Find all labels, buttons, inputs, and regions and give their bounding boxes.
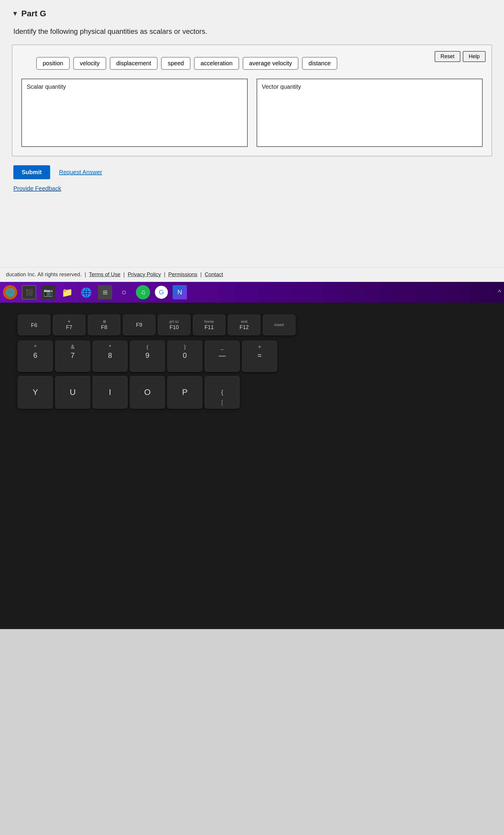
request-answer-link[interactable]: Request Answer [59, 169, 102, 176]
taskbar-icon-square[interactable]: ⬛ [22, 285, 36, 300]
taskbar: 🌐 ⬛ 📷 📁 🌐 ⊞ ○ ♫ G N ^ [0, 282, 504, 303]
drop-zones: Scalar quantity Vector quantity [21, 79, 483, 147]
key-f9[interactable]: F9 [123, 314, 155, 335]
key-f10-label: F10 [169, 324, 178, 330]
scalar-label: Scalar quantity [27, 83, 243, 90]
key-i[interactable]: I [92, 376, 128, 409]
key-f8-label: F8 [101, 324, 107, 330]
key-f11-label: F11 [204, 324, 214, 330]
key-f11[interactable]: home F11 [193, 314, 226, 335]
key-f7[interactable]: ☀ F7 [53, 314, 85, 335]
key-o-label: O [144, 388, 151, 397]
key-y-label: Y [33, 388, 38, 397]
keyboard-section: F6 ☀ F7 🖥 F8 F9 prt sc F10 home F11 [0, 314, 504, 409]
part-header: ▼ Part G [12, 9, 492, 18]
key-f6-label: F6 [31, 322, 37, 328]
key-7-number: 7 [70, 351, 75, 360]
submit-button[interactable]: Submit [13, 165, 50, 179]
taskbar-icon-folder[interactable]: 📁 [60, 285, 74, 300]
key-equals-number: = [257, 351, 261, 360]
taskbar-icon-start[interactable]: 🌐 [3, 285, 17, 300]
key-u[interactable]: U [55, 376, 90, 409]
bottom-actions: Submit Request Answer [12, 165, 492, 179]
sep-3: | [164, 271, 166, 278]
key-f7-label: F7 [66, 324, 72, 330]
privacy-policy-link[interactable]: Privacy Policy [128, 271, 161, 278]
terms-of-use-link[interactable]: Terms of Use [89, 271, 121, 278]
taskbar-icon-camera[interactable]: 📷 [41, 285, 55, 300]
key-i-label: I [109, 388, 111, 397]
key-f10-top: prt sc [169, 319, 179, 324]
top-buttons: Reset Help [435, 51, 486, 62]
key-u-label: U [70, 388, 76, 397]
key-insert[interactable]: insert [263, 314, 295, 335]
chip-average-velocity[interactable]: average velocity [243, 57, 299, 70]
chip-acceleration[interactable]: acceleration [194, 57, 239, 70]
taskbar-chevron[interactable]: ^ [498, 288, 501, 296]
key-o[interactable]: O [130, 376, 165, 409]
taskbar-icon-search[interactable]: ○ [117, 285, 131, 300]
key-f8-icon: 🖥 [102, 319, 106, 324]
collapse-arrow[interactable]: ▼ [12, 10, 18, 18]
scalar-drop-zone[interactable]: Scalar quantity [21, 79, 248, 147]
sep-4: | [200, 271, 202, 278]
keyboard-area: F6 ☀ F7 🖥 F8 F9 prt sc F10 home F11 [0, 303, 504, 629]
permissions-link[interactable]: Permissions [168, 271, 197, 278]
key-bracket-bottom: [ [221, 399, 223, 406]
key-f10[interactable]: prt sc F10 [158, 314, 190, 335]
key-6-symbol: ^ [34, 344, 37, 350]
taskbar-icon-edge[interactable]: 🌐 [79, 285, 93, 300]
chip-displacement[interactable]: displacement [110, 57, 158, 70]
help-button[interactable]: Help [463, 51, 486, 62]
key-bracket-top: { [221, 389, 223, 396]
key-6-number: 6 [33, 351, 37, 360]
key-insert-top: insert [274, 323, 284, 327]
key-0[interactable]: ) 0 [167, 341, 202, 372]
key-f7-icon: ☀ [67, 319, 71, 324]
letter-row: Y U I O P { [ [18, 376, 486, 409]
vector-drop-zone[interactable]: Vector quantity [257, 79, 483, 147]
key-equals-symbol: + [258, 344, 261, 350]
chip-distance[interactable]: distance [302, 57, 337, 70]
key-6[interactable]: ^ 6 [18, 341, 53, 372]
key-f12-top: end [241, 319, 247, 324]
footer-bar: ducation Inc. All rights reserved. | Ter… [0, 267, 504, 282]
key-f11-top: home [204, 319, 214, 324]
key-0-number: 0 [183, 351, 187, 360]
main-content: ▼ Part G Identify the following physical… [0, 0, 504, 267]
key-f6[interactable]: F6 [18, 314, 50, 335]
contact-link[interactable]: Contact [205, 271, 223, 278]
key-7-symbol: & [71, 344, 75, 350]
provide-feedback-link[interactable]: Provide Feedback [13, 185, 61, 192]
key-8-symbol: * [109, 344, 111, 350]
taskbar-icon-spotify[interactable]: ♫ [136, 285, 150, 300]
key-p-label: P [182, 388, 188, 397]
taskbar-icon-google[interactable]: G [155, 286, 168, 299]
key-bracket[interactable]: { [ [205, 376, 240, 409]
key-f8[interactable]: 🖥 F8 [88, 314, 121, 335]
taskbar-icon-copilot[interactable]: N [173, 285, 187, 300]
key-minus-symbol: _ [221, 344, 224, 350]
key-f12[interactable]: end F12 [228, 314, 260, 335]
key-0-symbol: ) [184, 344, 186, 350]
key-9[interactable]: ( 9 [130, 341, 165, 372]
key-8[interactable]: * 8 [92, 341, 128, 372]
key-equals[interactable]: + = [242, 341, 277, 372]
key-p[interactable]: P [167, 376, 202, 409]
reset-button[interactable]: Reset [435, 51, 460, 62]
chip-speed[interactable]: speed [161, 57, 190, 70]
key-9-symbol: ( [147, 344, 148, 350]
drag-chips-area: position velocity displacement speed acc… [21, 57, 483, 70]
chip-position[interactable]: position [36, 57, 70, 70]
chip-velocity[interactable]: velocity [73, 57, 106, 70]
question-text: Identify the following physical quantiti… [12, 27, 492, 36]
key-minus[interactable]: _ — [205, 341, 240, 372]
key-f12-label: F12 [239, 324, 249, 330]
num-row: ^ 6 & 7 * 8 ( 9 ) 0 _ — [18, 341, 486, 372]
key-8-number: 8 [108, 351, 112, 360]
sep-1: | [85, 271, 86, 278]
taskbar-icon-grid[interactable]: ⊞ [98, 285, 112, 300]
key-7[interactable]: & 7 [55, 341, 90, 372]
key-y[interactable]: Y [18, 376, 53, 409]
part-title: Part G [21, 9, 46, 18]
